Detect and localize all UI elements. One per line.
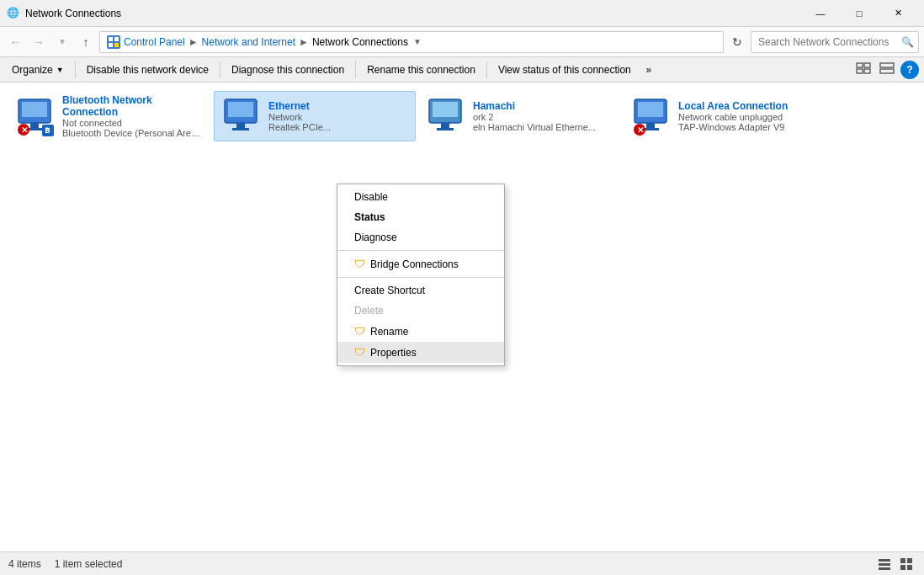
svg-rect-28 — [638, 102, 663, 117]
items-count: 4 items — [8, 558, 41, 570]
hamachi-connection-icon — [426, 96, 466, 136]
more-button[interactable]: » — [640, 60, 658, 80]
help-button[interactable]: ? — [900, 61, 919, 79]
ctx-separator-2 — [337, 277, 504, 278]
computer-icon-bluetooth: ✕ ʙ — [15, 96, 56, 136]
ethernet-connection-adapter: Realtek PCIe... — [268, 122, 408, 132]
svg-rect-35 — [879, 567, 890, 570]
bluetooth-connection-adapter: Bluetooth Device (Personal Area ... — [62, 128, 204, 138]
hamachi-connection-name: Hamachi — [473, 100, 614, 112]
svg-rect-39 — [907, 565, 912, 570]
maximize-button[interactable]: □ — [840, 0, 879, 27]
ctx-properties[interactable]: 🛡 Properties — [337, 342, 504, 363]
computer-icon-ethernet — [221, 96, 262, 136]
svg-rect-7 — [864, 63, 870, 67]
toolbar-separator-1 — [75, 61, 76, 78]
computer-icon-hamachi — [426, 96, 466, 136]
local-connection-icon: ✕ — [631, 96, 672, 136]
svg-rect-6 — [857, 69, 863, 73]
svg-text:ʙ: ʙ — [45, 125, 50, 135]
diagnose-button[interactable]: Diagnose this connection — [225, 60, 351, 80]
local-connection-name: Local Area Connection — [678, 100, 820, 112]
title-bar-controls: — □ ✕ — [801, 0, 917, 27]
svg-text:✕: ✕ — [21, 125, 28, 135]
svg-rect-2 — [114, 37, 119, 41]
view-options-button[interactable] — [853, 60, 874, 80]
organize-button[interactable]: Organize ▼ — [5, 60, 71, 80]
status-bar: 4 items 1 item selected — [0, 551, 924, 575]
breadcrumb-control-panel[interactable]: Control Panel — [124, 36, 185, 48]
organize-arrow: ▼ — [56, 66, 64, 74]
breadcrumb-network-internet[interactable]: Network and Internet — [202, 36, 295, 48]
svg-rect-22 — [232, 128, 249, 130]
close-button[interactable]: ✕ — [879, 0, 917, 27]
toolbar-separator-3 — [355, 61, 356, 78]
hamachi-connection-item[interactable]: Hamachi ork 2 eln Hamachi Virtual Ethern… — [419, 91, 621, 141]
svg-rect-1 — [109, 37, 113, 41]
breadcrumb: Control Panel ► Network and Internet ► N… — [99, 31, 724, 53]
toolbar-separator-4 — [486, 61, 487, 78]
local-connection-item[interactable]: ✕ Local Area Connection Network cable un… — [624, 91, 826, 141]
search-input[interactable] — [751, 31, 919, 53]
svg-rect-8 — [864, 69, 870, 73]
hamachi-connection-info: Hamachi ork 2 eln Hamachi Virtual Ethern… — [473, 100, 614, 132]
recent-locations-button[interactable]: ▼ — [52, 32, 72, 52]
ctx-create-shortcut[interactable]: Create Shortcut — [337, 280, 504, 301]
disable-button[interactable]: Disable this network device — [80, 60, 215, 80]
ethernet-connection-status: Network — [268, 112, 408, 122]
rename-button[interactable]: Rename this connection — [360, 60, 482, 80]
svg-rect-12 — [22, 102, 47, 117]
svg-rect-38 — [900, 565, 905, 570]
svg-rect-33 — [879, 559, 890, 562]
svg-rect-3 — [109, 43, 113, 47]
toolbar: Organize ▼ Disable this network device D… — [0, 57, 924, 83]
svg-rect-10 — [880, 69, 894, 73]
title-bar-icon: 🌐 — [7, 7, 20, 20]
local-connection-adapter: TAP-Windows Adapter V9 — [678, 122, 820, 132]
hamachi-connection-adapter: eln Hamachi Virtual Etherne... — [473, 122, 614, 132]
ctx-delete: Delete — [337, 301, 504, 321]
ethernet-connection-info: Ethernet Network Realtek PCIe... — [268, 100, 408, 132]
view-status-button[interactable]: View status of this connection — [491, 60, 638, 80]
svg-rect-9 — [880, 63, 894, 67]
ethernet-connection-item[interactable]: Ethernet Network Realtek PCIe... — [214, 91, 416, 141]
status-list-view-button[interactable] — [875, 555, 894, 573]
title-bar: 🌐 Network Connections — □ ✕ — [0, 0, 924, 27]
list-view-icon — [878, 557, 891, 571]
ctx-status[interactable]: Status — [337, 207, 504, 227]
bluetooth-connection-status: Not connected — [62, 118, 204, 128]
bluetooth-connection-icon: ✕ ʙ — [15, 96, 56, 136]
ctx-bridge[interactable]: 🛡 Bridge Connections — [337, 253, 504, 274]
up-button[interactable]: ↑ — [76, 32, 96, 52]
svg-rect-24 — [433, 102, 458, 117]
ctx-rename-shield-icon: 🛡 — [354, 325, 365, 338]
svg-rect-26 — [437, 128, 454, 130]
minimize-button[interactable]: — — [801, 0, 840, 27]
computer-icon-local: ✕ — [631, 96, 672, 136]
svg-rect-5 — [857, 63, 863, 67]
svg-rect-37 — [907, 558, 912, 563]
forward-button[interactable]: → — [29, 32, 49, 52]
svg-rect-25 — [441, 123, 449, 128]
content-area: ✕ ʙ Bluetooth Network Connection Not con… — [0, 83, 924, 551]
toolbar-right: ? — [853, 60, 919, 80]
ctx-rename[interactable]: 🛡 Rename — [337, 321, 504, 342]
local-connection-info: Local Area Connection Network cable unpl… — [678, 100, 820, 132]
status-bar-right — [875, 555, 916, 573]
title-bar-title: Network Connections — [25, 8, 801, 19]
ctx-disable[interactable]: Disable — [337, 187, 504, 207]
refresh-button[interactable]: ↻ — [727, 32, 747, 52]
back-button[interactable]: ← — [5, 32, 25, 52]
control-panel-icon — [107, 35, 120, 49]
status-grid-view-button[interactable] — [897, 555, 916, 573]
svg-rect-4 — [114, 43, 119, 47]
ctx-diagnose[interactable]: Diagnose — [337, 227, 504, 248]
context-menu: Disable Status Diagnose 🛡 Bridge Connect… — [337, 184, 505, 366]
bluetooth-connection-item[interactable]: ✕ ʙ Bluetooth Network Connection Not con… — [8, 91, 210, 141]
toolbar-separator-2 — [220, 61, 220, 78]
svg-rect-36 — [900, 558, 905, 563]
breadcrumb-dropdown-arrow[interactable]: ▼ — [413, 37, 422, 46]
ethernet-connection-icon — [221, 96, 262, 136]
view-mode-button[interactable] — [877, 60, 897, 80]
svg-text:✕: ✕ — [637, 125, 644, 135]
